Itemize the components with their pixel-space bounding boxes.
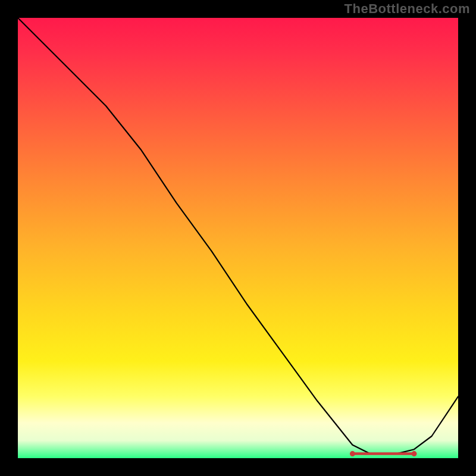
chart-svg — [18, 18, 458, 458]
chart-frame: TheBottleneck.com — [0, 0, 476, 476]
bottleneck-curve — [18, 18, 458, 454]
plot-area — [18, 18, 458, 458]
watermark-text: TheBottleneck.com — [345, 1, 470, 17]
optimal-range-end-dot — [412, 451, 417, 456]
optimal-range-start-dot — [350, 451, 355, 456]
